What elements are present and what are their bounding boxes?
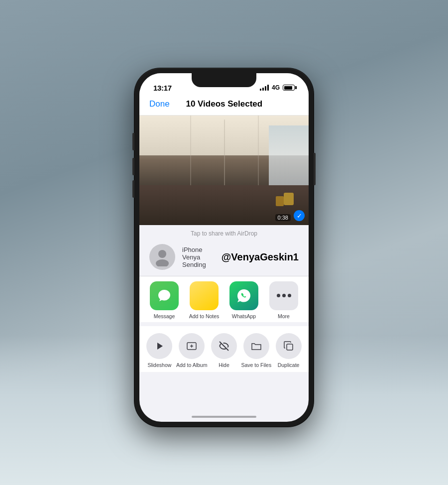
notes-app-label: Add to Notes (189, 313, 220, 319)
app-item-notes[interactable]: Add to Notes (187, 281, 222, 319)
nav-bar: Done 10 Videos Selected (139, 95, 309, 116)
add-album-svg-icon (186, 340, 198, 352)
airdrop-avatar (149, 244, 175, 270)
apps-row: Message Add to Notes (139, 276, 309, 322)
action-item-add-album[interactable]: Add to Album (176, 333, 208, 368)
video-area: ✓ 0:38 (139, 116, 309, 225)
video-duration: 0:38 (275, 214, 291, 221)
airdrop-status: Sending (182, 261, 215, 268)
message-icon (156, 288, 172, 304)
hide-svg-icon (218, 340, 230, 352)
phone-screen: 13:17 4G Done 10 Videos S (139, 73, 309, 422)
airdrop-hint: Tap to share with AirDrop (139, 225, 309, 240)
airdrop-row[interactable]: iPhone Venya Sending @VenyaGeskin1 (139, 240, 309, 276)
more-app-label: More (278, 313, 290, 319)
status-time: 13:17 (153, 84, 172, 92)
svg-rect-7 (287, 344, 293, 350)
svg-point-1 (156, 259, 169, 266)
phone-outer: 13:17 4G Done 10 Videos S (134, 68, 314, 427)
add-album-icon (179, 333, 205, 359)
notes-lines-icon (200, 287, 208, 304)
app-item-whatsapp[interactable]: WhatsApp (226, 281, 261, 319)
hide-icon (211, 333, 237, 359)
battery-icon (283, 85, 295, 91)
dot-3 (288, 294, 291, 297)
hide-label: Hide (219, 362, 229, 368)
home-indicator[interactable] (192, 416, 256, 418)
airdrop-handle: @VenyaGeskin1 (222, 251, 299, 263)
add-album-label: Add to Album (176, 362, 207, 368)
notch (192, 73, 256, 87)
folder-svg-icon (250, 340, 262, 352)
action-item-slideshow[interactable]: Slideshow (143, 333, 176, 368)
slideshow-label: Slideshow (147, 362, 171, 368)
action-item-duplicate[interactable]: Duplicate (272, 333, 305, 368)
video-selected-check: ✓ (294, 210, 305, 221)
action-item-hide[interactable]: Hide (208, 333, 240, 368)
more-dots-icon (277, 294, 291, 297)
nav-title: 10 Videos Selected (186, 99, 262, 109)
whatsapp-app-icon (229, 281, 258, 310)
signal-bars-icon (260, 85, 269, 91)
save-files-icon (243, 333, 269, 359)
app-item-more[interactable]: More (266, 281, 301, 319)
svg-marker-2 (157, 343, 163, 350)
status-icons: 4G (260, 84, 295, 91)
share-sheet: Tap to share with AirDrop iPhone Venya S… (139, 225, 309, 372)
whatsapp-icon (235, 287, 252, 304)
app-item-message[interactable]: Message (147, 281, 182, 319)
more-app-icon (269, 281, 298, 310)
message-app-icon (150, 281, 179, 310)
svg-point-0 (158, 250, 166, 258)
duplicate-label: Duplicate (278, 362, 300, 368)
battery-fill (284, 86, 292, 90)
action-item-save-files[interactable]: Save to Files (240, 333, 272, 368)
duplicate-icon (276, 333, 302, 359)
notes-app-icon (190, 281, 219, 310)
slideshow-icon (146, 333, 172, 359)
deck-scene (139, 116, 309, 225)
whatsapp-app-label: WhatsApp (232, 313, 256, 319)
done-button[interactable]: Done (149, 99, 170, 109)
avatar-silhouette-icon (153, 247, 172, 266)
dot-1 (277, 294, 280, 297)
network-text: 4G (272, 84, 280, 91)
phone: 13:17 4G Done 10 Videos S (134, 68, 314, 427)
actions-row: Slideshow Add to Album (139, 326, 309, 372)
save-files-label: Save to Files (241, 362, 271, 368)
play-icon (154, 341, 165, 352)
airdrop-device-name: iPhone Venya (182, 246, 215, 261)
airdrop-device-info: iPhone Venya Sending (182, 246, 215, 268)
duplicate-svg-icon (283, 340, 295, 352)
message-app-label: Message (154, 313, 175, 319)
dot-2 (282, 294, 286, 297)
